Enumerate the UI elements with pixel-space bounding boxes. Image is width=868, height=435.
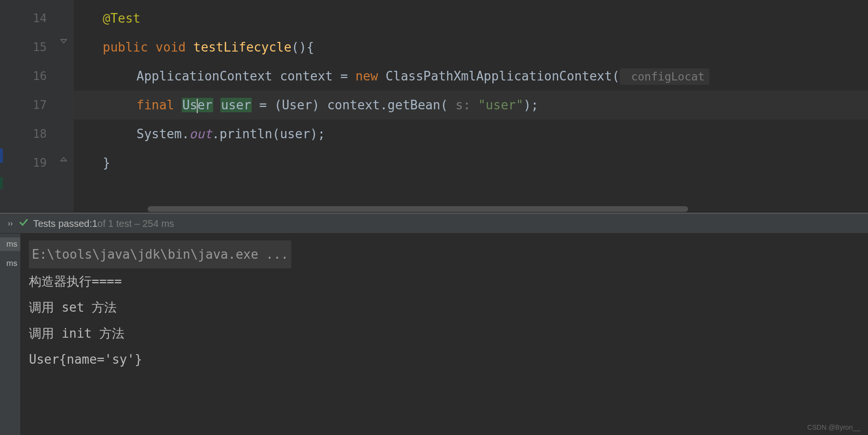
code-line[interactable]: ApplicationContext context = new ClassPa…: [74, 62, 868, 91]
tests-passed-count: 1: [92, 218, 97, 229]
method-name: testLifecycle: [193, 40, 292, 54]
marker: [0, 177, 3, 189]
fold-end-icon[interactable]: [60, 153, 67, 163]
marker: [0, 148, 3, 163]
left-stripe: [0, 0, 6, 212]
console-tab[interactable]: ms: [0, 237, 20, 251]
console-tab[interactable]: ms: [0, 257, 20, 270]
code-editor[interactable]: 14 15 16 17 18 19 @Test public void test…: [0, 0, 868, 212]
line-number: 16: [6, 62, 56, 91]
scrollbar-thumb[interactable]: [148, 206, 688, 212]
console-left-tabs: ms ms: [0, 234, 20, 435]
console-command: E:\tools\java\jdk\bin\java.exe ...: [29, 240, 291, 268]
console-output[interactable]: E:\tools\java\jdk\bin\java.exe ... 构造器执行…: [20, 234, 868, 435]
line-number: 17: [6, 91, 56, 119]
fold-toggle-icon[interactable]: [60, 38, 67, 48]
tests-passed-label: Tests passed:: [33, 218, 92, 229]
code-line[interactable]: public void testLifecycle(){: [74, 33, 868, 62]
expand-icon[interactable]: ››: [8, 219, 13, 228]
console-line: 调用 set 方法: [29, 294, 859, 320]
horizontal-scrollbar[interactable]: [148, 206, 868, 212]
tests-total: of 1 test – 254 ms: [97, 218, 174, 229]
code-line[interactable]: System.out.println(user);: [74, 119, 868, 148]
line-number: 15: [6, 33, 56, 62]
console-line: 调用 init 方法: [29, 320, 859, 346]
line-number: 19: [6, 148, 56, 177]
annotation: @Test: [103, 11, 140, 26]
code-line[interactable]: @Test: [74, 4, 868, 33]
code-line-current[interactable]: final User user = (User) context.getBean…: [74, 91, 868, 119]
fold-column[interactable]: [56, 0, 74, 212]
console-panel: ms ms E:\tools\java\jdk\bin\java.exe ...…: [0, 234, 868, 435]
watermark: CSDN @Byron__: [807, 423, 860, 431]
console-line: 构造器执行====: [29, 268, 859, 294]
code-content[interactable]: @Test public void testLifecycle(){ Appli…: [74, 0, 868, 212]
param-hint: configLocat: [620, 68, 709, 85]
line-number: 14: [6, 4, 56, 33]
highlighted-type: User: [182, 98, 213, 112]
param-label: s:: [455, 98, 470, 112]
test-status-bar: ›› Tests passed: 1 of 1 test – 254 ms: [0, 213, 868, 234]
gutter: 14 15 16 17 18 19: [6, 0, 56, 212]
code-line[interactable]: }: [74, 148, 868, 177]
console-line: User{name='sy'}: [29, 346, 859, 372]
line-number: 18: [6, 119, 56, 148]
check-icon: [19, 218, 28, 230]
